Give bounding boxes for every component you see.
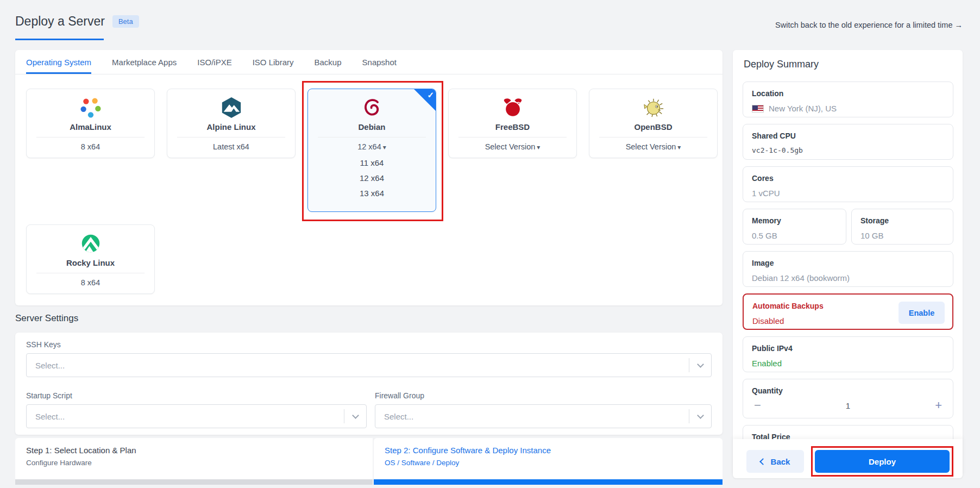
tab-operating-system[interactable]: Operating System	[26, 50, 91, 74]
os-selection-panel: Operating System Marketplace Apps ISO/iP…	[15, 50, 723, 305]
os-card-name: OpenBSD	[589, 122, 717, 132]
page-title: Deploy a ServerBeta	[15, 14, 139, 29]
deploy-button[interactable]: Deploy	[815, 450, 950, 473]
summary-storage-card: Storage 10 GB	[851, 209, 953, 245]
firewall-group-label: Firewall Group	[375, 391, 424, 400]
beta-badge: Beta	[112, 15, 139, 28]
image-value: Debian 12 x64 (bookworm)	[752, 273, 944, 283]
os-card-alpine-linux[interactable]: Alpine Linux Latest x64	[167, 89, 296, 158]
shared-cpu-label: Shared CPU	[752, 132, 944, 140]
os-card-rocky-linux[interactable]: Rocky Linux 8 x64	[26, 224, 155, 294]
location-label: Location	[752, 89, 944, 98]
step-1-title: Step 1: Select Location & Plan	[26, 446, 136, 455]
server-settings-panel: SSH Keys Select... Startup Script Select…	[15, 333, 723, 435]
step-2-title: Step 2: Configure Software & Deploy Inst…	[385, 446, 551, 455]
os-card-name: AlmaLinux	[27, 122, 154, 132]
step-1-subtitle: Configure Hardware	[26, 459, 92, 467]
openbsd-logo-icon	[589, 96, 717, 120]
summary-image-card: Image Debian 12 x64 (bookworm)	[743, 251, 953, 287]
startup-script-placeholder: Select...	[27, 412, 344, 421]
os-card-name: Alpine Linux	[167, 122, 295, 132]
ssh-keys-label: SSH Keys	[26, 340, 61, 349]
os-card-name: FreeBSD	[449, 122, 576, 132]
debian-version-option[interactable]: 12 x64	[308, 171, 436, 186]
tab-snapshot[interactable]: Snapshot	[362, 50, 397, 74]
os-card-name: Debian	[308, 122, 436, 132]
ssh-keys-placeholder: Select...	[27, 361, 689, 370]
firewall-group-placeholder: Select...	[375, 412, 689, 421]
tab-backup[interactable]: Backup	[315, 50, 342, 74]
summary-cores-card: Cores 1 vCPU	[743, 166, 953, 202]
step-2-panel[interactable]: Step 2: Configure Software & Deploy Inst…	[374, 438, 723, 479]
switch-old-experience-link[interactable]: Switch back to the old experience for a …	[775, 21, 963, 29]
step-1-progress-bar	[15, 479, 373, 485]
divider	[177, 137, 285, 137]
back-button-label: Back	[771, 457, 790, 466]
enable-backups-button[interactable]: Enable	[899, 302, 945, 324]
summary-shared-cpu-card: Shared CPU vc2-1c-0.5gb	[743, 124, 953, 160]
quantity-label: Quantity	[752, 386, 944, 395]
startup-script-label: Startup Script	[26, 391, 72, 400]
quantity-increase-button[interactable]: +	[935, 399, 942, 411]
caret-down-icon: ▾	[677, 143, 681, 151]
divider	[318, 137, 426, 137]
startup-script-select[interactable]: Select...	[26, 404, 367, 428]
public-ipv4-value: Enabled	[752, 359, 944, 368]
debian-version-dropdown[interactable]: 12 x64▾	[308, 142, 436, 151]
storage-label: Storage	[860, 216, 944, 225]
summary-quantity-card: Quantity − 1 +	[743, 379, 953, 418]
os-card-debian-selected[interactable]: ✓ Debian 12 x64▾ 11 x64 12 x64 13 x64	[307, 89, 436, 212]
image-label: Image	[752, 259, 944, 267]
tab-iso-ipxe[interactable]: ISO/iPXE	[197, 50, 231, 74]
summary-automatic-backups-card: Automatic Backups Disabled Enable	[743, 293, 953, 330]
debian-version-option[interactable]: 13 x64	[308, 186, 436, 201]
image-type-tabs: Operating System Marketplace Apps ISO/iP…	[15, 50, 723, 74]
caret-down-icon: ▾	[537, 143, 540, 151]
title-active-underline	[15, 39, 104, 40]
divider	[458, 137, 567, 137]
divider	[36, 273, 145, 273]
os-card-openbsd[interactable]: OpenBSD Select Version▾	[589, 89, 718, 158]
deploy-footer: Back Deploy	[733, 439, 963, 478]
chevron-down-icon	[352, 412, 359, 419]
freebsd-version-dropdown[interactable]: Select Version▾	[449, 142, 576, 151]
divider	[36, 137, 145, 137]
step-1-panel[interactable]: Step 1: Select Location & Plan Configure…	[15, 438, 373, 479]
step-2-progress-bar	[374, 479, 723, 485]
chevron-left-icon	[759, 458, 767, 465]
divider	[599, 137, 707, 137]
server-settings-heading: Server Settings	[15, 313, 78, 324]
debian-version-option[interactable]: 11 x64	[308, 155, 436, 171]
debian-version-list: 11 x64 12 x64 13 x64	[308, 155, 436, 201]
page-title-text: Deploy a Server	[15, 14, 105, 28]
summary-public-ipv4-card: Public IPv4 Enabled	[743, 336, 953, 372]
quantity-value: 1	[752, 401, 944, 410]
os-card-almalinux[interactable]: AlmaLinux 8 x64	[26, 89, 155, 158]
us-flag-icon	[752, 105, 764, 112]
chevron-down-icon	[697, 412, 704, 419]
alpine-linux-logo-icon	[167, 96, 295, 120]
ssh-keys-select[interactable]: Select...	[26, 353, 712, 377]
tab-marketplace-apps[interactable]: Marketplace Apps	[112, 50, 177, 74]
firewall-group-select[interactable]: Select...	[375, 404, 712, 428]
tab-iso-library[interactable]: ISO Library	[253, 50, 294, 74]
caret-down-icon: ▾	[383, 143, 386, 151]
summary-memory-card: Memory 0.5 GB	[743, 209, 846, 245]
freebsd-logo-icon	[449, 96, 576, 120]
location-value: New York (NJ), US	[752, 104, 944, 113]
memory-value: 0.5 GB	[752, 231, 837, 240]
cores-label: Cores	[752, 174, 944, 183]
chevron-down-icon	[697, 361, 704, 368]
os-card-version: Latest x64	[167, 142, 295, 151]
back-button[interactable]: Back	[746, 450, 804, 473]
almalinux-logo-icon	[27, 96, 154, 120]
os-card-freebsd[interactable]: FreeBSD Select Version▾	[448, 89, 577, 158]
deploy-summary-panel: Deploy Summary Location New York (NJ), U…	[733, 50, 963, 478]
summary-location-card: Location New York (NJ), US	[743, 82, 953, 117]
deploy-summary-title: Deploy Summary	[744, 59, 819, 70]
shared-cpu-value: vc2-1c-0.5gb	[752, 146, 944, 154]
public-ipv4-label: Public IPv4	[752, 344, 944, 353]
os-card-name: Rocky Linux	[27, 258, 154, 267]
openbsd-version-dropdown[interactable]: Select Version▾	[589, 142, 717, 151]
selected-checkmark-icon: ✓	[414, 89, 436, 111]
